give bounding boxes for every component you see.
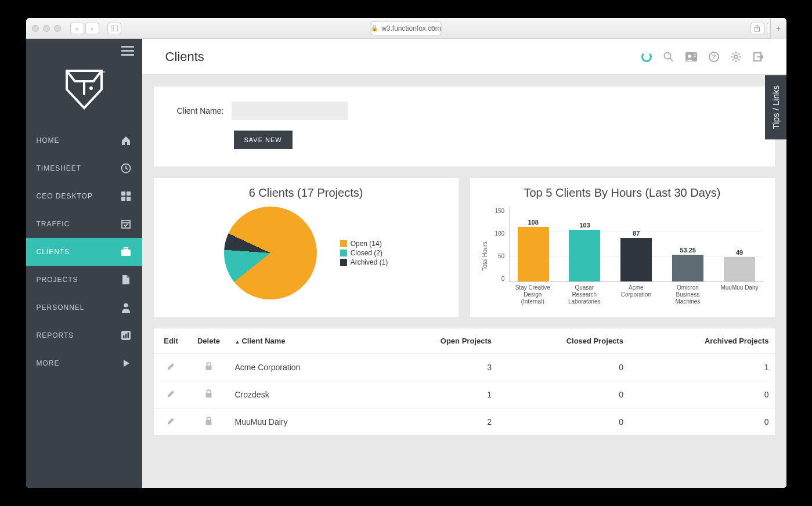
share-button[interactable] <box>750 23 764 34</box>
bar-ylabel: Total Hours <box>482 241 488 271</box>
sidebar-item-more[interactable]: MORE <box>26 349 142 377</box>
th-archived[interactable]: Archived Projects <box>629 328 775 354</box>
bar-xlabel: MuuMuu Dairy <box>720 284 758 305</box>
sidebar-item-label: CLIENTS <box>37 248 70 256</box>
client-name-cell: Crozdesk <box>229 381 377 409</box>
sidebar-item-clients[interactable]: CLIENTS <box>26 238 142 266</box>
svg-point-25 <box>664 52 670 59</box>
svg-rect-23 <box>127 332 129 338</box>
bar-xlabel: Quasar Research Laboratories <box>565 284 603 305</box>
archived-cell: 0 <box>629 381 775 409</box>
sidebar-item-traffic[interactable]: TRAFFIC <box>26 210 142 238</box>
calendar-icon <box>120 218 132 230</box>
tips-links-tab[interactable]: Tips / Links <box>765 75 786 139</box>
sidebar-item-personnel[interactable]: PERSONNEL <box>26 294 142 321</box>
search-icon[interactable] <box>663 52 674 62</box>
bar-item: 49 <box>721 249 759 281</box>
edit-icon[interactable] <box>154 409 189 436</box>
edit-icon[interactable] <box>154 381 189 409</box>
clients-pie-panel: 6 Clients (17 Projects) Open (14)Closed … <box>154 178 459 317</box>
reload-icon[interactable]: ⟳ <box>431 24 436 32</box>
bar-item: 53.25 <box>669 247 707 281</box>
clients-table: Edit Delete ▲Client Name Open Projects C… <box>154 328 775 435</box>
svg-rect-21 <box>123 335 125 338</box>
svg-rect-18 <box>124 248 128 250</box>
grid-icon <box>120 190 132 202</box>
table-row: MuuMuu Dairy200 <box>154 409 775 436</box>
play-icon <box>120 357 132 369</box>
th-open[interactable]: Open Projects <box>377 328 497 354</box>
file-icon <box>120 274 132 285</box>
svg-point-28 <box>688 55 691 58</box>
url-bar[interactable]: 🔒 w3.functionfox.com ⟳ <box>370 21 442 35</box>
svg-rect-14 <box>127 197 131 201</box>
legend-item: Archived (1) <box>340 258 388 266</box>
contact-icon[interactable] <box>685 52 697 62</box>
svg-rect-46 <box>206 420 212 425</box>
th-name[interactable]: ▲Client Name <box>229 328 377 354</box>
legend-item: Open (14) <box>340 240 388 248</box>
client-name-input[interactable] <box>232 102 348 120</box>
sidebar-item-label: MORE <box>37 359 60 367</box>
open-cell: 1 <box>377 381 497 409</box>
archived-cell: 0 <box>629 409 775 436</box>
logout-icon[interactable] <box>753 52 763 62</box>
minimize-dot[interactable] <box>43 25 50 32</box>
sidebar-item-label: PERSONNEL <box>37 303 85 312</box>
svg-rect-17 <box>121 250 131 256</box>
bar-yaxis: 150100500 <box>495 207 505 282</box>
svg-point-19 <box>124 303 128 308</box>
client-name-label: Client Name: <box>177 106 224 115</box>
sidebar-toggle[interactable] <box>107 23 121 34</box>
pie-chart <box>224 207 317 299</box>
legend-item: Closed (2) <box>340 249 388 257</box>
svg-marker-24 <box>124 360 129 367</box>
back-button[interactable]: ‹ <box>70 23 84 34</box>
lock-icon[interactable] <box>189 354 229 381</box>
new-tab-button[interactable]: + <box>770 18 786 39</box>
sidebar-item-label: TRAFFIC <box>37 220 70 228</box>
svg-point-33 <box>734 55 738 59</box>
svg-line-26 <box>670 58 673 61</box>
person-icon <box>120 302 132 313</box>
sidebar-item-reports[interactable]: REPORTS <box>26 321 142 349</box>
sidebar-item-home[interactable]: HOME <box>26 126 142 154</box>
svg-rect-45 <box>206 393 212 397</box>
table-row: Acme Corporation301 <box>154 354 775 381</box>
home-icon <box>120 135 132 146</box>
svg-rect-11 <box>121 191 125 196</box>
svg-rect-13 <box>121 197 125 201</box>
svg-line-39 <box>738 59 739 60</box>
clock-icon <box>120 162 132 174</box>
sidebar-item-ceo-desktop[interactable]: CEO DESKTOP <box>26 182 142 210</box>
forward-button[interactable]: › <box>85 23 99 34</box>
page-title: Clients <box>165 49 204 64</box>
bar-xlabel: Stay Creative Design (Internal) <box>514 284 551 305</box>
closed-cell: 0 <box>497 381 629 409</box>
help-icon[interactable]: ? <box>709 52 719 62</box>
svg-rect-0 <box>111 26 118 31</box>
briefcase-icon <box>120 246 132 258</box>
client-form-panel: Client Name: SAVE NEW <box>154 86 775 167</box>
sidebar-item-label: HOME <box>37 136 60 144</box>
svg-text:™: ™ <box>103 71 105 75</box>
svg-line-38 <box>732 53 733 54</box>
closed-cell: 0 <box>497 354 629 381</box>
sidebar-item-projects[interactable]: PROJECTS <box>26 266 142 294</box>
bar-item: 103 <box>566 222 604 281</box>
pie-legend: Open (14)Closed (2)Archived (1) <box>340 238 388 268</box>
barchart-icon <box>120 330 132 341</box>
close-dot[interactable] <box>32 25 39 32</box>
zoom-dot[interactable] <box>54 25 61 32</box>
gear-icon[interactable] <box>731 52 741 62</box>
sidebar-item-timesheet[interactable]: TIMESHEET <box>26 154 142 182</box>
lock-icon[interactable] <box>189 381 229 409</box>
lock-icon[interactable] <box>189 409 229 436</box>
hamburger-icon[interactable] <box>113 39 142 63</box>
edit-icon[interactable] <box>154 354 189 381</box>
th-edit: Edit <box>154 328 189 354</box>
sidebar: ™ HOMETIMESHEETCEO DESKTOPTRAFFICCLIENTS… <box>26 39 142 488</box>
client-name-cell: MuuMuu Dairy <box>229 409 377 436</box>
save-new-button[interactable]: SAVE NEW <box>234 131 293 149</box>
th-closed[interactable]: Closed Projects <box>497 328 629 354</box>
